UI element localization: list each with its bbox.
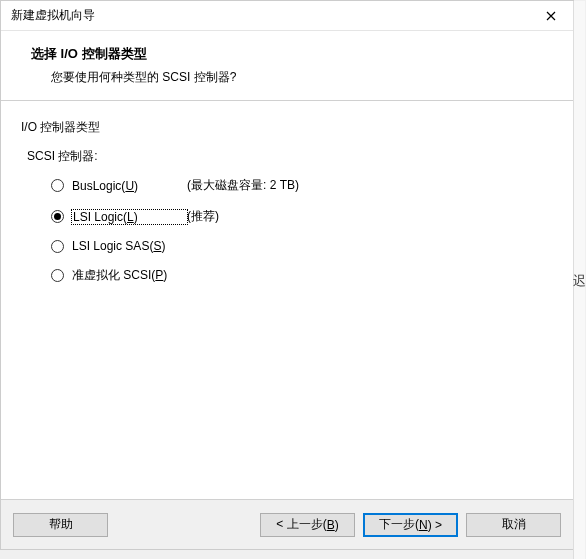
- background-strip: 迟: [573, 1, 585, 559]
- radio-option-buslogic[interactable]: BusLogic(U) (最大磁盘容量: 2 TB): [51, 177, 553, 194]
- background-glyph: 迟: [573, 272, 586, 290]
- scsi-controller-label: SCSI 控制器:: [21, 148, 553, 165]
- header-subtitle: 您要使用何种类型的 SCSI 控制器?: [31, 69, 553, 86]
- window-title: 新建虚拟机向导: [11, 7, 95, 24]
- next-button[interactable]: 下一步(N) >: [363, 513, 458, 537]
- scsi-radio-group: BusLogic(U) (最大磁盘容量: 2 TB) LSI Logic(L) …: [21, 177, 553, 284]
- header-title: 选择 I/O 控制器类型: [31, 45, 553, 63]
- wizard-dialog: 新建虚拟机向导 选择 I/O 控制器类型 您要使用何种类型的 SCSI 控制器?…: [0, 0, 574, 550]
- close-icon: [546, 11, 556, 21]
- wizard-header: 选择 I/O 控制器类型 您要使用何种类型的 SCSI 控制器?: [1, 31, 573, 101]
- radio-label: 准虚拟化 SCSI(P): [72, 267, 187, 284]
- radio-label: LSI Logic SAS(S): [72, 239, 187, 253]
- radio-icon: [51, 269, 64, 282]
- radio-icon: [51, 240, 64, 253]
- io-controller-section-label: I/O 控制器类型: [21, 119, 553, 136]
- wizard-footer: 帮助 < 上一步(B) 下一步(N) > 取消: [1, 499, 573, 549]
- wizard-content: I/O 控制器类型 SCSI 控制器: BusLogic(U) (最大磁盘容量:…: [1, 101, 573, 499]
- back-button[interactable]: < 上一步(B): [260, 513, 355, 537]
- radio-label: BusLogic(U): [72, 179, 187, 193]
- help-button[interactable]: 帮助: [13, 513, 108, 537]
- cancel-button[interactable]: 取消: [466, 513, 561, 537]
- radio-label: LSI Logic(L): [72, 210, 187, 224]
- radio-hint: (最大磁盘容量: 2 TB): [187, 177, 299, 194]
- radio-icon: [51, 179, 64, 192]
- close-button[interactable]: [528, 1, 573, 31]
- titlebar: 新建虚拟机向导: [1, 1, 573, 31]
- radio-option-paravirtual-scsi[interactable]: 准虚拟化 SCSI(P): [51, 267, 553, 284]
- radio-option-lsi-logic-sas[interactable]: LSI Logic SAS(S): [51, 239, 553, 253]
- radio-hint: (推荐): [187, 208, 219, 225]
- radio-option-lsi-logic[interactable]: LSI Logic(L) (推荐): [51, 208, 553, 225]
- radio-icon: [51, 210, 64, 223]
